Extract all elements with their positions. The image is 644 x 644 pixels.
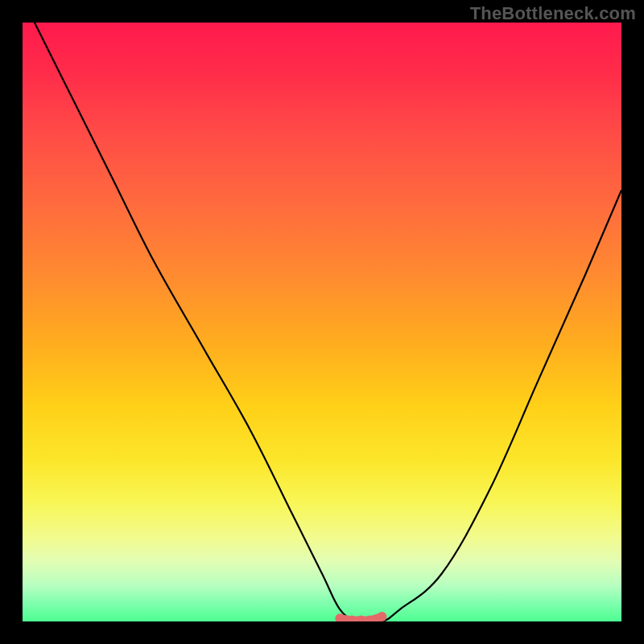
valley-marker-dot (377, 612, 386, 621)
valley-marker-dot (335, 613, 345, 621)
chart-frame: TheBottleneck.com (0, 0, 644, 644)
bottleneck-curve-path (35, 23, 621, 621)
bottleneck-curve-svg (23, 23, 621, 621)
watermark-text: TheBottleneck.com (470, 3, 636, 24)
plot-area (23, 23, 621, 621)
